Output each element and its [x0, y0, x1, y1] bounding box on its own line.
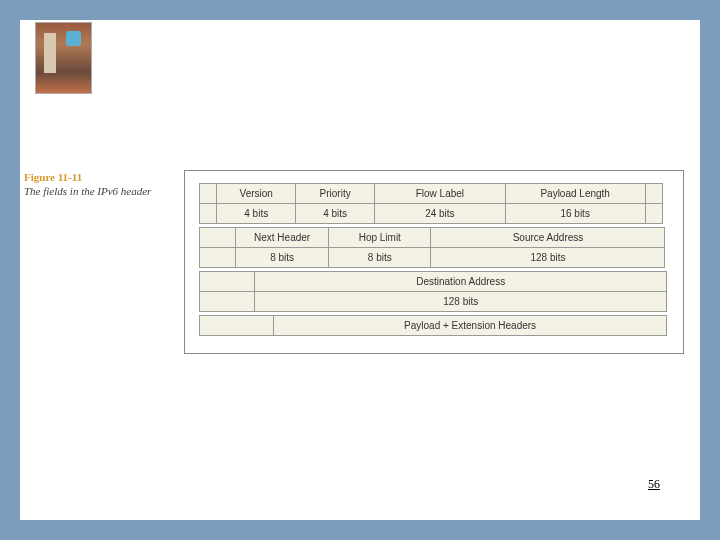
row-lead-shim — [199, 203, 218, 224]
field-label: Next Header — [235, 227, 329, 248]
field-label: Hop Limit — [328, 227, 431, 248]
field-label: Destination Address — [254, 271, 668, 292]
field-size: 16 bits — [505, 203, 646, 224]
row-lead-shim — [199, 227, 237, 248]
figure-caption: The fields in the IPv6 header — [24, 184, 174, 198]
slide: Figure 11-11 The fields in the IPv6 head… — [20, 20, 700, 520]
field-label: Source Address — [430, 227, 665, 248]
field-size: 4 bits — [295, 203, 375, 224]
header-field-row: VersionPriorityFlow LabelPayload Length — [199, 183, 669, 203]
row-lead-shim — [199, 247, 237, 268]
header-size-row: 8 bits8 bits128 bits — [199, 247, 669, 267]
header-field-row: Destination Address — [199, 271, 669, 291]
field-size: 4 bits — [216, 203, 296, 224]
field-size: 128 bits — [254, 291, 668, 312]
field-label: Version — [216, 183, 296, 204]
field-size: 8 bits — [328, 247, 431, 268]
field-size: 8 bits — [235, 247, 329, 268]
header-size-row: 4 bits4 bits24 bits16 bits — [199, 203, 669, 223]
row-lead-shim — [199, 291, 255, 312]
page-number: 56 — [648, 477, 660, 492]
row-lead-shim — [199, 271, 255, 292]
row-lead-shim — [199, 183, 218, 204]
field-label: Flow Label — [374, 183, 506, 204]
figure-label: Figure 11-11 The fields in the IPv6 head… — [24, 170, 174, 199]
header-field-row: Next HeaderHop LimitSource Address — [199, 227, 669, 247]
field-label: Priority — [295, 183, 375, 204]
row-tail-shim — [645, 203, 664, 224]
field-size: 24 bits — [374, 203, 506, 224]
header-size-row: 128 bits — [199, 291, 669, 311]
field-label: Payload Length — [505, 183, 646, 204]
decorative-thumbnail — [35, 22, 92, 94]
row-tail-shim — [645, 183, 664, 204]
field-label: Payload + Extension Headers — [273, 315, 668, 336]
header-field-row: Payload + Extension Headers — [199, 315, 669, 335]
figure-number: Figure 11-11 — [24, 170, 174, 184]
field-size: 128 bits — [430, 247, 665, 268]
ipv6-header-diagram: VersionPriorityFlow LabelPayload Length4… — [184, 170, 684, 354]
row-lead-shim — [199, 315, 274, 336]
